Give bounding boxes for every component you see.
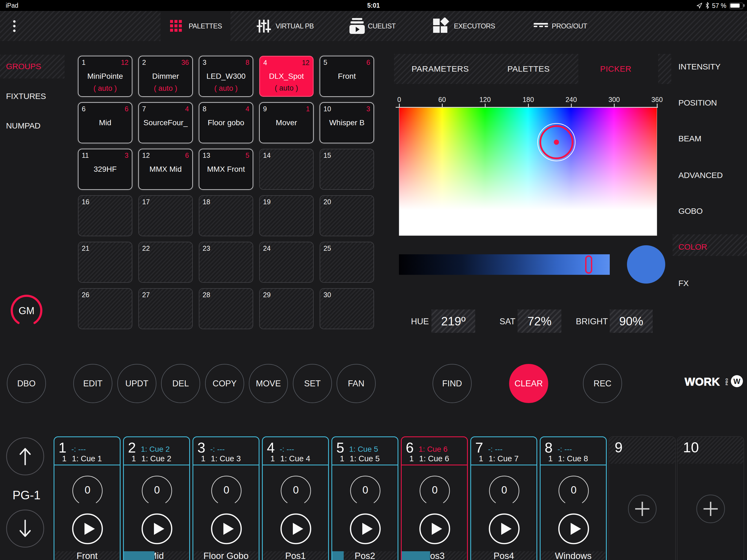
svg-text:W: W bbox=[733, 377, 741, 385]
